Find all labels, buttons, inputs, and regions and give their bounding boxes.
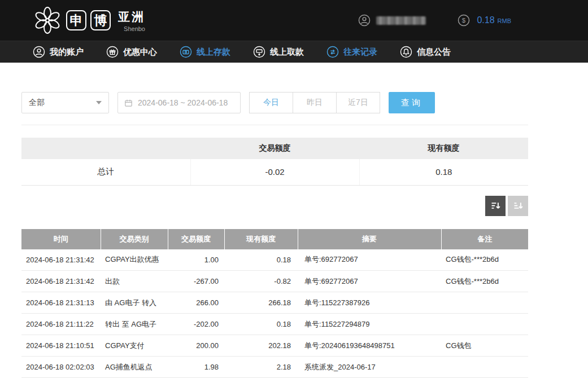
record-cell-balance: 0.18 xyxy=(224,249,298,271)
record-cell-note xyxy=(441,292,528,314)
quick-range-button-2[interactable]: 近7日 xyxy=(336,92,380,113)
summary-header-empty xyxy=(21,138,190,159)
records-header-0: 时间 xyxy=(21,229,101,249)
record-cell-note: CG钱包-***2b6d xyxy=(441,271,528,292)
record-cell-summary: 单号:115227387926 xyxy=(298,292,441,314)
record-cell-type: CGPAY支付 xyxy=(101,335,168,357)
user-icon xyxy=(33,46,45,58)
record-cell-type: CGPAY出款优惠 xyxy=(101,249,168,271)
record-cell-time: 2024-06-18 21:31:13 xyxy=(21,292,101,314)
sort-descending-button[interactable] xyxy=(485,196,506,216)
type-filter-select[interactable]: 全部 xyxy=(21,92,109,113)
records-header-1: 交易类别 xyxy=(101,229,168,249)
records-table-head: 时间交易类别交易额度现有额度摘要备注 xyxy=(21,229,528,249)
sort-ascending-button[interactable] xyxy=(508,196,528,216)
nav-item-label: 线上取款 xyxy=(270,47,304,58)
record-cell-type: 由 AG电子 转入 xyxy=(101,292,168,314)
nav-item-gift[interactable]: 优惠中心 xyxy=(106,46,157,58)
date-range-input[interactable]: 2024-06-18 ~ 2024-06-18 xyxy=(117,92,241,113)
nav-item-label: 线上存款 xyxy=(197,47,230,58)
records-header-5: 备注 xyxy=(441,229,528,249)
record-cell-amount: 1.98 xyxy=(168,357,224,378)
record-cell-amount: -202.00 xyxy=(168,314,224,335)
record-cell-balance: 2.18 xyxy=(224,357,298,378)
balance-amount: 0.18 xyxy=(477,15,494,25)
record-cell-balance: 202.18 xyxy=(224,335,298,357)
quick-range-button-1[interactable]: 昨日 xyxy=(293,92,337,113)
filter-row: 全部 2024-06-18 ~ 2024-06-18 今日昨日近7日 查询 xyxy=(21,92,528,113)
nav-item-deposit[interactable]: 线上存款 xyxy=(180,46,230,58)
brand-region: 亚洲 xyxy=(118,9,145,25)
record-cell-summary: 单号:692772067 xyxy=(298,271,441,292)
calendar-icon xyxy=(124,98,133,108)
flower-logo-icon xyxy=(33,6,62,35)
record-cell-time: 2024-06-18 21:31:42 xyxy=(21,271,101,292)
nav-item-label: 往来记录 xyxy=(343,47,377,58)
nav-item-label: 优惠中心 xyxy=(123,47,157,58)
records-row: 2024-06-18 21:11:22转出 至 AG电子-202.000.18单… xyxy=(21,314,528,335)
svg-text:$: $ xyxy=(462,17,466,24)
record-cell-time: 2024-06-18 21:11:22 xyxy=(21,314,101,335)
record-cell-time: 2024-06-18 02:02:03 xyxy=(21,357,101,378)
record-cell-amount: 266.00 xyxy=(168,292,224,314)
record-cell-amount: -267.00 xyxy=(168,271,224,292)
record-cell-type: 转出 至 AG电子 xyxy=(101,314,168,335)
record-cell-balance: -0.82 xyxy=(224,271,298,292)
records-row: 2024-06-18 02:02:03AG捕鱼机返点1.982.18系统派发_2… xyxy=(21,357,528,378)
transfer-records-icon xyxy=(326,46,339,58)
deposit-icon xyxy=(180,46,192,58)
nav-item-transfer-records[interactable]: 往来记录 xyxy=(326,46,377,58)
records-table: 时间交易类别交易额度现有额度摘要备注 2024-06-18 21:31:42CG… xyxy=(21,229,528,378)
summary-table: 交易额度 现有额度 总计 -0.02 0.18 xyxy=(21,138,528,186)
brand-subtitle: Shenbo xyxy=(124,25,145,32)
nav-item-user[interactable]: 我的账户 xyxy=(33,46,84,58)
record-cell-type: 出款 xyxy=(101,271,168,292)
brand-char-2: 博 xyxy=(90,10,111,30)
record-cell-balance: 0.18 xyxy=(224,314,298,335)
search-button[interactable]: 查询 xyxy=(389,92,435,113)
records-header-row: 时间交易类别交易额度现有额度摘要备注 xyxy=(21,229,528,249)
gift-icon xyxy=(106,46,119,58)
dollar-icon: $ xyxy=(458,14,470,27)
summary-balance-total: 0.18 xyxy=(359,159,528,185)
record-cell-note xyxy=(441,314,528,335)
sort-controls xyxy=(21,196,528,216)
announcement-icon xyxy=(400,46,412,58)
record-cell-amount: 200.00 xyxy=(168,335,224,357)
type-filter-value: 全部 xyxy=(29,98,45,108)
summary-header-row: 交易额度 现有额度 xyxy=(21,138,528,159)
nav-item-announcement[interactable]: 信息公告 xyxy=(400,46,451,58)
record-cell-summary: 单号:692772067 xyxy=(298,249,441,271)
records-header-4: 摘要 xyxy=(298,229,441,249)
record-cell-time: 2024-06-18 21:10:51 xyxy=(21,335,101,357)
record-cell-note: CG钱包-***2b6d xyxy=(441,249,528,271)
nav-item-withdraw[interactable]: 线上取款 xyxy=(253,46,304,58)
user-avatar-icon xyxy=(358,14,371,27)
record-cell-type: AG捕鱼机返点 xyxy=(101,357,168,378)
content-area: 全部 2024-06-18 ~ 2024-06-18 今日昨日近7日 查询 xyxy=(21,92,528,378)
balance-display: 0.18 RMB xyxy=(477,15,511,25)
record-cell-summary: 单号:202406193648498751 xyxy=(298,335,441,357)
main-nav: 我的账户优惠中心线上存款线上取款往来记录信息公告 xyxy=(0,41,588,63)
brand-char-1: 申 xyxy=(66,10,86,30)
nav-item-label: 我的账户 xyxy=(50,47,84,58)
quick-range-group: 今日昨日近7日 xyxy=(249,92,380,113)
header-account-area: $ 0.18 RMB xyxy=(358,14,511,27)
brand-logo[interactable]: 申 博 亚洲 Shenbo xyxy=(33,6,145,35)
record-cell-balance: 266.18 xyxy=(224,292,298,314)
quick-range-button-0[interactable]: 今日 xyxy=(249,92,293,113)
record-cell-note: CG钱包 xyxy=(441,335,528,357)
filter-section: 全部 2024-06-18 ~ 2024-06-18 今日昨日近7日 查询 xyxy=(21,92,528,125)
record-cell-summary: 系统派发_2024-06-17 xyxy=(298,357,441,378)
top-header: 申 博 亚洲 Shenbo $ 0.18 RMB xyxy=(0,0,588,41)
username-masked xyxy=(376,16,426,25)
summary-header-transaction: 交易额度 xyxy=(190,138,359,159)
withdraw-icon xyxy=(253,46,265,58)
summary-total-row: 总计 -0.02 0.18 xyxy=(21,159,528,185)
records-header-3: 现有额度 xyxy=(224,229,298,249)
records-row: 2024-06-18 21:31:42出款-267.00-0.82单号:6927… xyxy=(21,271,528,292)
records-header-2: 交易额度 xyxy=(168,229,224,249)
summary-header-balance: 现有额度 xyxy=(359,138,528,159)
records-row: 2024-06-18 21:10:51CGPAY支付200.00202.18单号… xyxy=(21,335,528,357)
record-cell-summary: 单号:115227294879 xyxy=(298,314,441,335)
